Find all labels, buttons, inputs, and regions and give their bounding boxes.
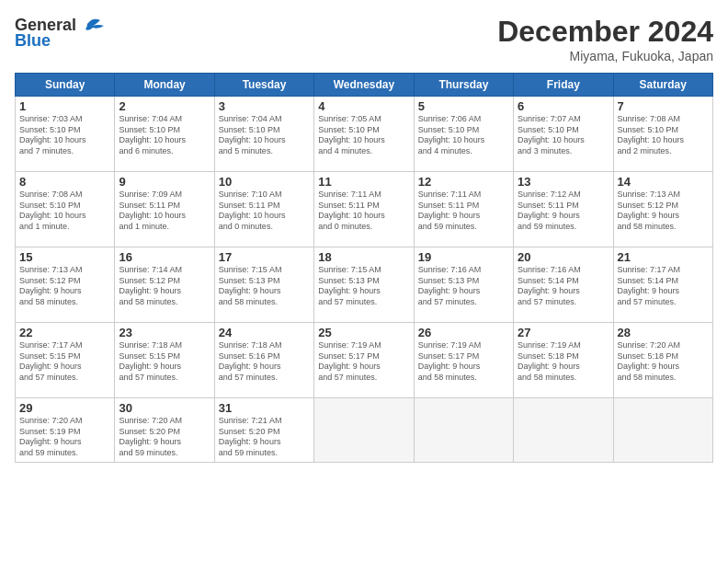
table-row: [314, 398, 414, 463]
logo-blue-text: Blue: [15, 31, 51, 51]
day-info: Sunrise: 7:13 AMSunset: 5:12 PMDaylight:…: [618, 190, 709, 233]
table-row: 24Sunrise: 7:18 AMSunset: 5:16 PMDayligh…: [214, 323, 313, 398]
day-number: 14: [618, 175, 709, 189]
logo: General Blue: [15, 15, 108, 51]
table-row: 26Sunrise: 7:19 AMSunset: 5:17 PMDayligh…: [414, 323, 513, 398]
table-row: 1Sunrise: 7:03 AMSunset: 5:10 PMDaylight…: [16, 97, 115, 172]
day-info: Sunrise: 7:15 AMSunset: 5:13 PMDaylight:…: [318, 265, 409, 308]
title-area: December 2024 Miyama, Fukuoka, Japan: [497, 15, 713, 63]
table-row: 16Sunrise: 7:14 AMSunset: 5:12 PMDayligh…: [115, 247, 214, 323]
day-info: Sunrise: 7:10 AMSunset: 5:11 PMDaylight:…: [219, 190, 310, 233]
day-number: 28: [618, 326, 709, 339]
day-number: 3: [219, 99, 310, 113]
day-number: 2: [119, 99, 210, 113]
day-number: 20: [518, 250, 609, 264]
day-number: 30: [119, 401, 210, 415]
table-row: 25Sunrise: 7:19 AMSunset: 5:17 PMDayligh…: [314, 323, 414, 398]
day-number: 23: [119, 326, 210, 339]
table-row: [514, 398, 613, 463]
table-row: 6Sunrise: 7:07 AMSunset: 5:10 PMDaylight…: [514, 97, 613, 172]
day-info: Sunrise: 7:18 AMSunset: 5:16 PMDaylight:…: [219, 340, 310, 384]
table-row: 22Sunrise: 7:17 AMSunset: 5:15 PMDayligh…: [16, 323, 115, 398]
day-number: 29: [19, 401, 110, 415]
header-monday: Monday: [115, 74, 214, 97]
day-info: Sunrise: 7:06 AMSunset: 5:10 PMDaylight:…: [418, 114, 509, 157]
day-info: Sunrise: 7:05 AMSunset: 5:10 PMDaylight:…: [318, 114, 409, 157]
day-info: Sunrise: 7:19 AMSunset: 5:17 PMDaylight:…: [418, 340, 509, 384]
day-info: Sunrise: 7:18 AMSunset: 5:15 PMDaylight:…: [119, 340, 210, 384]
table-row: 29Sunrise: 7:20 AMSunset: 5:19 PMDayligh…: [16, 398, 115, 463]
header-wednesday: Wednesday: [314, 74, 414, 97]
table-row: 14Sunrise: 7:13 AMSunset: 5:12 PMDayligh…: [613, 172, 712, 247]
day-info: Sunrise: 7:19 AMSunset: 5:18 PMDaylight:…: [518, 340, 609, 384]
day-number: 5: [418, 99, 509, 113]
day-info: Sunrise: 7:20 AMSunset: 5:18 PMDaylight:…: [618, 340, 709, 384]
table-row: [613, 398, 712, 463]
day-info: Sunrise: 7:13 AMSunset: 5:12 PMDaylight:…: [19, 265, 110, 308]
table-row: 13Sunrise: 7:12 AMSunset: 5:11 PMDayligh…: [514, 172, 613, 247]
table-row: 9Sunrise: 7:09 AMSunset: 5:11 PMDaylight…: [115, 172, 214, 247]
header-thursday: Thursday: [414, 74, 513, 97]
day-number: 4: [318, 99, 409, 113]
day-info: Sunrise: 7:21 AMSunset: 5:20 PMDaylight:…: [219, 416, 310, 459]
day-number: 24: [219, 326, 310, 339]
table-row: 31Sunrise: 7:21 AMSunset: 5:20 PMDayligh…: [214, 398, 313, 463]
table-row: 20Sunrise: 7:16 AMSunset: 5:14 PMDayligh…: [514, 247, 613, 323]
day-number: 25: [318, 326, 409, 339]
calendar: Sunday Monday Tuesday Wednesday Thursday…: [15, 73, 713, 463]
day-info: Sunrise: 7:11 AMSunset: 5:11 PMDaylight:…: [418, 190, 509, 233]
header-tuesday: Tuesday: [214, 74, 313, 97]
day-number: 22: [19, 326, 110, 339]
table-row: 30Sunrise: 7:20 AMSunset: 5:20 PMDayligh…: [115, 398, 214, 463]
day-number: 8: [19, 175, 110, 189]
day-info: Sunrise: 7:20 AMSunset: 5:19 PMDaylight:…: [19, 416, 110, 459]
table-row: 18Sunrise: 7:15 AMSunset: 5:13 PMDayligh…: [314, 247, 414, 323]
day-info: Sunrise: 7:03 AMSunset: 5:10 PMDaylight:…: [19, 114, 110, 157]
day-number: 12: [418, 175, 509, 189]
day-info: Sunrise: 7:04 AMSunset: 5:10 PMDaylight:…: [219, 114, 310, 157]
day-number: 27: [518, 326, 609, 339]
header-sunday: Sunday: [16, 74, 115, 97]
day-info: Sunrise: 7:17 AMSunset: 5:14 PMDaylight:…: [618, 265, 709, 308]
day-number: 1: [19, 99, 110, 113]
table-row: 4Sunrise: 7:05 AMSunset: 5:10 PMDaylight…: [314, 97, 414, 172]
table-row: 19Sunrise: 7:16 AMSunset: 5:13 PMDayligh…: [414, 247, 513, 323]
header-saturday: Saturday: [613, 74, 712, 97]
day-info: Sunrise: 7:20 AMSunset: 5:20 PMDaylight:…: [119, 416, 210, 459]
table-row: 28Sunrise: 7:20 AMSunset: 5:18 PMDayligh…: [613, 323, 712, 398]
day-info: Sunrise: 7:08 AMSunset: 5:10 PMDaylight:…: [19, 190, 110, 233]
calendar-header-row: Sunday Monday Tuesday Wednesday Thursday…: [16, 74, 713, 97]
table-row: 5Sunrise: 7:06 AMSunset: 5:10 PMDaylight…: [414, 97, 513, 172]
table-row: 27Sunrise: 7:19 AMSunset: 5:18 PMDayligh…: [514, 323, 613, 398]
day-info: Sunrise: 7:14 AMSunset: 5:12 PMDaylight:…: [119, 265, 210, 308]
table-row: 11Sunrise: 7:11 AMSunset: 5:11 PMDayligh…: [314, 172, 414, 247]
day-info: Sunrise: 7:17 AMSunset: 5:15 PMDaylight:…: [19, 340, 110, 384]
table-row: 8Sunrise: 7:08 AMSunset: 5:10 PMDaylight…: [16, 172, 115, 247]
day-number: 11: [318, 175, 409, 189]
day-info: Sunrise: 7:16 AMSunset: 5:14 PMDaylight:…: [518, 265, 609, 308]
day-number: 13: [518, 175, 609, 189]
table-row: 17Sunrise: 7:15 AMSunset: 5:13 PMDayligh…: [214, 247, 313, 323]
day-number: 19: [418, 250, 509, 264]
day-number: 17: [219, 250, 310, 264]
table-row: 12Sunrise: 7:11 AMSunset: 5:11 PMDayligh…: [414, 172, 513, 247]
day-number: 18: [318, 250, 409, 264]
day-number: 31: [219, 401, 310, 415]
table-row: 23Sunrise: 7:18 AMSunset: 5:15 PMDayligh…: [115, 323, 214, 398]
day-number: 6: [518, 99, 609, 113]
day-info: Sunrise: 7:19 AMSunset: 5:17 PMDaylight:…: [318, 340, 409, 384]
day-info: Sunrise: 7:11 AMSunset: 5:11 PMDaylight:…: [318, 190, 409, 233]
day-number: 15: [19, 250, 110, 264]
day-info: Sunrise: 7:16 AMSunset: 5:13 PMDaylight:…: [418, 265, 509, 308]
table-row: 2Sunrise: 7:04 AMSunset: 5:10 PMDaylight…: [115, 97, 214, 172]
header: General Blue December 2024 Miyama, Fukuo…: [15, 15, 713, 63]
day-number: 26: [418, 326, 509, 339]
day-info: Sunrise: 7:12 AMSunset: 5:11 PMDaylight:…: [518, 190, 609, 233]
day-info: Sunrise: 7:04 AMSunset: 5:10 PMDaylight:…: [119, 114, 210, 157]
month-title: December 2024: [497, 15, 713, 49]
day-info: Sunrise: 7:09 AMSunset: 5:11 PMDaylight:…: [119, 190, 210, 233]
day-number: 21: [618, 250, 709, 264]
day-info: Sunrise: 7:08 AMSunset: 5:10 PMDaylight:…: [618, 114, 709, 157]
header-friday: Friday: [514, 74, 613, 97]
table-row: 10Sunrise: 7:10 AMSunset: 5:11 PMDayligh…: [214, 172, 313, 247]
